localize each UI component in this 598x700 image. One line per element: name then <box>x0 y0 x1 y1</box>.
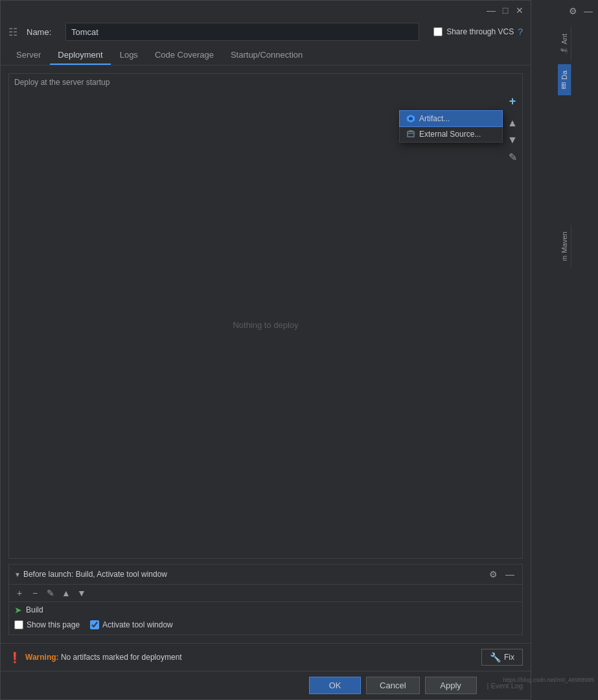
fix-button[interactable]: 🔧 Fix <box>481 649 523 666</box>
warning-prefix: Warning: <box>25 653 59 662</box>
close-button[interactable]: ✕ <box>514 5 525 16</box>
add-dropdown-menu: Artifact... External Source... <box>399 110 503 143</box>
tab-deployment[interactable]: Deployment <box>50 46 110 65</box>
database-icon: 🗄 <box>560 82 568 89</box>
name-input[interactable] <box>65 23 419 41</box>
checkboxes-row: Show this page Activate tool window <box>9 618 522 635</box>
maven-panel: m Maven <box>531 225 598 267</box>
external-source-label: External Source... <box>419 130 481 139</box>
warning-bar: ❗ Warning: No artifacts marked for deplo… <box>1 643 531 671</box>
name-label: Name: <box>27 27 59 37</box>
show-page-checkbox[interactable] <box>14 620 23 629</box>
before-launch-remove-button[interactable]: − <box>29 587 41 600</box>
deploy-area: Nothing to deploy + A <box>9 91 522 558</box>
before-launch-title: ▼ Before launch: Build, Activate tool wi… <box>14 570 167 579</box>
cancel-button[interactable]: Cancel <box>366 677 419 694</box>
before-launch-up-button[interactable]: ▲ <box>60 587 73 600</box>
activate-tool-label: Activate tool window <box>102 620 173 629</box>
maven-label: Maven <box>560 231 568 253</box>
warning-text: Warning: No artifacts marked for deploym… <box>25 653 182 662</box>
minimize-button[interactable]: — <box>485 5 497 16</box>
ant-tab[interactable]: 🐜 Ant <box>558 27 571 62</box>
svg-rect-2 <box>408 132 414 137</box>
database-tab[interactable]: 🗄 Da <box>558 64 571 95</box>
right-settings-button[interactable]: ⚙ <box>566 4 580 18</box>
right-panel-top: ⚙ — <box>531 0 598 22</box>
before-launch-section: ▼ Before launch: Build, Activate tool wi… <box>8 564 523 635</box>
warning-left: ❗ Warning: No artifacts marked for deplo… <box>8 651 182 664</box>
share-label: Share through VCS <box>446 27 514 36</box>
before-launch-add-button[interactable]: + <box>13 587 26 600</box>
title-bar-buttons: — □ ✕ <box>485 5 525 16</box>
edit-deploy-button[interactable]: ✎ <box>505 149 520 165</box>
scroll-down-button[interactable]: ▼ <box>505 132 520 148</box>
side-toolbar: + Artifact... <box>503 91 522 167</box>
nothing-to-deploy-text: Nothing to deploy <box>233 320 298 329</box>
add-deploy-button[interactable]: + <box>505 93 520 109</box>
show-page-item: Show this page <box>14 620 80 629</box>
external-source-icon <box>406 130 415 139</box>
name-row: ☷ Name: Share through VCS ? <box>1 20 531 46</box>
svg-rect-4 <box>409 130 413 132</box>
right-minimize-button[interactable]: — <box>581 4 595 18</box>
scroll-up-button[interactable]: ▲ <box>505 115 520 131</box>
warning-icon: ❗ <box>8 651 21 664</box>
warning-message: No artifacts marked for deployment <box>61 653 182 662</box>
tabs-bar: Server Deployment Logs Code Coverage Sta… <box>1 46 531 65</box>
before-launch-actions: ⚙ — <box>486 567 517 581</box>
run-debug-dialog: — □ ✕ ☷ Name: Share through VCS ? Server… <box>0 0 531 700</box>
main-content: Deploy at the server startup Nothing to … <box>1 65 531 643</box>
tab-logs[interactable]: Logs <box>112 46 146 65</box>
before-launch-header: ▼ Before launch: Build, Activate tool wi… <box>9 565 522 585</box>
deploy-section: Deploy at the server startup Nothing to … <box>8 73 523 559</box>
external-source-menu-item[interactable]: External Source... <box>400 126 502 142</box>
tab-server[interactable]: Server <box>8 46 49 65</box>
collapse-icon[interactable]: ▼ <box>14 571 21 578</box>
title-bar: — □ ✕ <box>1 1 531 20</box>
deploy-header: Deploy at the server startup <box>9 74 522 91</box>
before-launch-toolbar: + − ✎ ▲ ▼ <box>9 585 522 602</box>
maven-tab[interactable]: m Maven <box>558 225 571 267</box>
activate-tool-item: Activate tool window <box>90 620 173 629</box>
dialog-buttons: OK Cancel Apply | Event Log <box>1 671 531 699</box>
watermark: https://blog.csdn.net/m0_46988985 <box>500 675 597 684</box>
tab-code-coverage[interactable]: Code Coverage <box>147 46 222 65</box>
show-page-label: Show this page <box>27 620 80 629</box>
artifact-icon <box>406 114 415 123</box>
maven-icon: m <box>561 255 568 261</box>
fix-label: Fix <box>504 653 514 662</box>
ant-panel: 🐜 Ant <box>531 27 598 62</box>
build-label: Build <box>26 605 43 614</box>
artifact-menu-item[interactable]: Artifact... <box>400 111 502 126</box>
build-arrow-icon: ➤ <box>14 605 22 615</box>
right-panels: ⚙ — 🐜 Ant 🗄 Da m Maven https://blog.csdn… <box>531 0 598 700</box>
before-launch-minimize-button[interactable]: — <box>503 567 517 581</box>
before-launch-label: Before launch: Build, Activate tool wind… <box>23 570 167 579</box>
ok-button[interactable]: OK <box>309 677 361 694</box>
build-row: ➤ Build <box>9 602 522 618</box>
ant-icon: 🐜 <box>561 47 568 55</box>
before-launch-edit-button[interactable]: ✎ <box>44 587 57 600</box>
activate-tool-checkbox[interactable] <box>90 620 99 629</box>
before-launch-down-button[interactable]: ▼ <box>75 587 88 600</box>
tab-startup[interactable]: Startup/Connection <box>223 46 310 65</box>
artifact-label: Artifact... <box>419 114 450 123</box>
help-icon[interactable]: ? <box>518 27 523 37</box>
maximize-button[interactable]: □ <box>500 5 511 16</box>
fix-icon: 🔧 <box>490 652 501 662</box>
ant-label: Ant <box>560 34 568 45</box>
share-checkbox[interactable] <box>433 27 443 36</box>
apply-button[interactable]: Apply <box>425 677 477 694</box>
reorder-icon: ☷ <box>8 26 17 38</box>
database-panel: 🗄 Da <box>531 64 598 95</box>
before-launch-settings-button[interactable]: ⚙ <box>486 567 500 581</box>
database-label: Da <box>560 71 568 80</box>
